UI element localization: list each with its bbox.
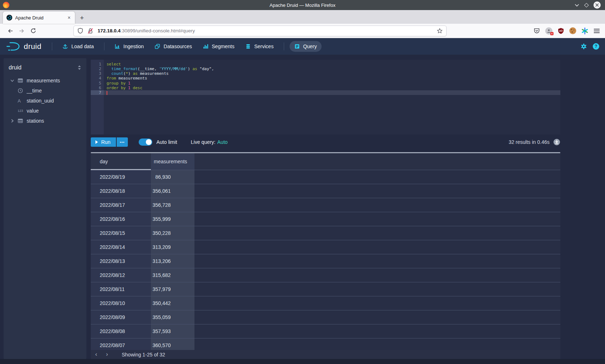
tab-apache-druid[interactable]: Apache Druid × [3, 12, 75, 24]
cell-measurements[interactable]: 356,061 [151, 184, 194, 198]
chevron-down-icon[interactable] [10, 78, 14, 83]
cell-measurements[interactable]: 313,206 [151, 254, 194, 268]
tree-item-time[interactable]: __time [4, 86, 86, 96]
table-row[interactable]: 2022/08/08357,593 [91, 324, 560, 338]
cell-day[interactable]: 2022/08/11 [91, 282, 151, 296]
table-icon [18, 78, 23, 83]
table-row[interactable]: 2022/08/09355,059 [91, 310, 560, 324]
tab-close-icon[interactable]: × [67, 15, 71, 21]
tree-item-value[interactable]: 123 value [4, 106, 86, 116]
table-row[interactable]: 2022/08/12315,682 [91, 268, 560, 282]
cell-day[interactable]: 2022/08/12 [91, 268, 151, 282]
toggle-knob [146, 139, 152, 145]
chevron-right-icon[interactable] [10, 119, 14, 123]
cell-measurements[interactable]: 357,593 [151, 324, 194, 338]
cookie-icon[interactable] [569, 27, 576, 34]
nav-query[interactable]: Query [290, 41, 322, 52]
cell-measurements[interactable]: 350,228 [151, 226, 194, 240]
table-row[interactable]: 2022/08/1986,930 [91, 170, 560, 184]
cell-measurements[interactable]: 315,682 [151, 268, 194, 282]
table-row[interactable]: 2022/08/18356,061 [91, 184, 560, 198]
code-line[interactable]: select [104, 62, 560, 67]
tree-item-station-uuid[interactable]: A station_uuid [4, 96, 86, 106]
table-row[interactable]: 2022/08/13313,206 [91, 254, 560, 268]
auto-limit-toggle[interactable] [139, 138, 152, 146]
tree-item-stations[interactable]: stations [4, 116, 86, 126]
code-line[interactable]: group by 1 [104, 81, 560, 86]
cell-measurements[interactable]: 356,728 [151, 198, 194, 212]
cell-measurements[interactable]: 86,930 [151, 170, 194, 184]
run-button[interactable]: Run [91, 137, 116, 147]
url-text[interactable]: 172.18.0.4:30899/unified-console.html#qu… [98, 28, 433, 33]
cell-day[interactable]: 2022/08/19 [91, 170, 151, 184]
column-header-measurements[interactable]: measurements [151, 153, 194, 170]
cell-day[interactable]: 2022/08/08 [91, 324, 151, 338]
close-button[interactable] [593, 1, 601, 9]
next-page-icon[interactable]: › [102, 351, 112, 358]
table-row[interactable]: 2022/08/14313,209 [91, 240, 560, 254]
live-query-value[interactable]: Auto [217, 139, 228, 145]
settings-gear-icon[interactable] [581, 43, 587, 50]
cell-measurements[interactable]: 355,999 [151, 212, 194, 226]
new-tab-button[interactable]: + [80, 14, 84, 21]
cell-day[interactable]: 2022/08/09 [91, 310, 151, 324]
extension-asterisk-icon[interactable] [581, 27, 588, 35]
table-row[interactable]: 2022/08/07360,570 [91, 338, 560, 350]
code-line[interactable]: time_format(__time, 'YYYY/MM/dd') as "da… [104, 67, 560, 71]
table-row[interactable]: 2022/08/10350,442 [91, 296, 560, 310]
cell-day[interactable]: 2022/08/17 [91, 198, 151, 212]
cell-day[interactable]: 2022/08/13 [91, 254, 151, 268]
table-row[interactable]: 2022/08/15350,228 [91, 226, 560, 240]
cell-day[interactable]: 2022/08/18 [91, 184, 151, 198]
nav-segments[interactable]: Segments [198, 41, 239, 52]
nav-ingestion[interactable]: Ingestion [110, 41, 149, 52]
cell-measurements[interactable]: 357,979 [151, 282, 194, 296]
druid-brand[interactable]: druid [6, 41, 41, 51]
code-line[interactable]: from measurements [104, 76, 560, 81]
back-button[interactable] [4, 26, 16, 36]
ublock-icon[interactable]: uO [557, 28, 564, 34]
cell-day[interactable]: 2022/08/14 [91, 240, 151, 254]
minimize-button[interactable] [574, 4, 579, 7]
menu-icon[interactable] [593, 28, 600, 33]
results-info-text: 32 results in 0.46s [508, 139, 550, 145]
url-bar[interactable]: 172.18.0.4:30899/unified-console.html#qu… [73, 26, 447, 36]
reload-button[interactable] [27, 26, 39, 36]
help-icon[interactable]: ? [593, 43, 599, 50]
table-row[interactable]: 2022/08/11357,979 [91, 282, 560, 296]
account-extension-icon[interactable]: × [545, 27, 552, 35]
cell-day[interactable]: 2022/08/16 [91, 212, 151, 226]
forward-button[interactable] [16, 26, 27, 36]
cell-day[interactable]: 2022/08/07 [91, 338, 151, 350]
code-line[interactable] [104, 90, 560, 95]
cell-measurements[interactable]: 355,059 [151, 310, 194, 324]
cell-measurements[interactable]: 350,442 [151, 296, 194, 310]
cell-measurements[interactable]: 360,570 [151, 338, 194, 350]
pocket-icon[interactable] [533, 28, 540, 34]
column-header-day[interactable]: day [91, 153, 151, 170]
download-icon[interactable] [553, 138, 560, 146]
bookmark-star-icon[interactable] [437, 28, 443, 34]
tree-item-measurements[interactable]: measurements [4, 76, 86, 86]
insecure-lock-icon[interactable] [87, 28, 94, 34]
cell-day[interactable]: 2022/08/15 [91, 226, 151, 240]
nav-datasources[interactable]: Datasources [150, 41, 197, 52]
prev-page-icon[interactable]: ‹ [91, 351, 102, 358]
sql-code[interactable]: select time_format(__time, 'YYYY/MM/dd')… [104, 60, 560, 135]
nav-load-data[interactable]: Load data [58, 41, 98, 52]
run-more-button[interactable]: ••• [117, 137, 128, 147]
cell-measurements[interactable]: 313,209 [151, 240, 194, 254]
cell-day[interactable]: 2022/08/10 [91, 296, 151, 310]
maximize-button[interactable] [584, 3, 589, 8]
table-row[interactable]: 2022/08/17356,728 [91, 198, 560, 212]
druid-logo-icon [6, 41, 21, 51]
shield-icon[interactable] [77, 28, 83, 34]
code-line[interactable]: order by 1 desc [104, 86, 560, 90]
sort-icon[interactable] [77, 65, 81, 70]
nav-services[interactable]: Services [241, 41, 278, 52]
datasources-icon [154, 44, 160, 49]
code-line[interactable]: count(*) as measurements [104, 71, 560, 76]
window-titlebar: Apache Druid — Mozilla Firefox [0, 0, 605, 10]
sql-editor[interactable]: 1234567 select time_format(__time, 'YYYY… [91, 60, 560, 135]
table-row[interactable]: 2022/08/16355,999 [91, 212, 560, 226]
